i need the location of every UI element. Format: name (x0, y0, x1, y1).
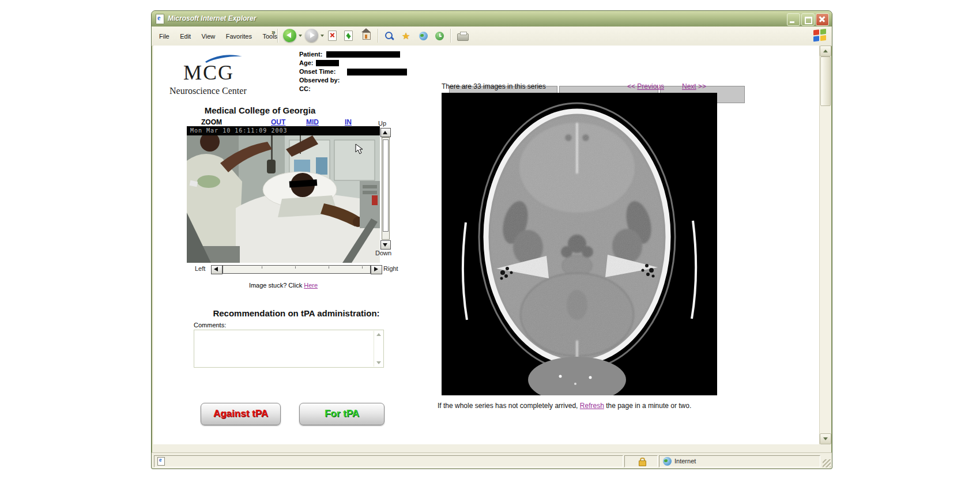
textarea-scroll-up-icon (376, 333, 381, 336)
screenshot-canvas: Microsoft Internet Explorer File Edit Vi… (0, 0, 980, 491)
vertical-pan-track[interactable] (382, 137, 390, 240)
zoom-label: ZOOM (201, 118, 222, 126)
textarea-scroll-down-icon (376, 361, 381, 364)
zoom-mid-link[interactable]: MID (306, 118, 319, 126)
ct-scan-image (442, 93, 717, 395)
toolbar-separator (450, 29, 451, 43)
track-ticks (229, 266, 364, 269)
scroll-down-icon (823, 437, 828, 440)
browser-window: Microsoft Internet Explorer File Edit Vi… (151, 10, 832, 469)
zoom-in-link[interactable]: IN (345, 118, 352, 126)
mouse-cursor (355, 143, 363, 155)
image-stuck-here-link[interactable]: Here (304, 282, 318, 289)
menu-view[interactable]: View (198, 31, 220, 41)
toolbar-separator (378, 29, 379, 43)
title-bar[interactable]: Microsoft Internet Explorer (152, 11, 832, 27)
history-button[interactable] (435, 32, 444, 40)
window-title: Microsoft Internet Explorer (168, 14, 256, 22)
scrollbar-thumb[interactable] (820, 56, 831, 106)
for-tpa-button[interactable]: For tPA (299, 403, 385, 425)
resize-grip[interactable] (823, 459, 831, 467)
minimize-button[interactable] (787, 13, 800, 26)
image-stuck-text: Image stuck? Click (249, 282, 302, 289)
home-icon (361, 28, 371, 32)
pan-right-label: Right (383, 265, 398, 272)
up-arrow-icon (383, 131, 387, 134)
video-timestamp: Mon Mar 10 16:11:09 2003 (187, 126, 380, 135)
back-button[interactable] (283, 29, 296, 42)
refresh-text-before: If the whole series has not completely a… (438, 402, 578, 410)
menu-favorites[interactable]: Favorites (222, 31, 256, 41)
star-icon: ★ (402, 31, 410, 41)
redaction-bar-onset (347, 69, 407, 75)
pan-right-button[interactable] (371, 265, 382, 274)
textarea-scrollbar[interactable] (374, 331, 383, 367)
scroll-up-icon (823, 50, 828, 52)
down-arrow-icon (383, 243, 387, 247)
patient-field-label: CC: (299, 85, 340, 93)
against-tpa-button[interactable]: Against tPA (201, 403, 281, 425)
padlock-icon (639, 457, 646, 466)
status-zone-well: Internet (659, 455, 820, 467)
forward-button[interactable] (305, 29, 318, 42)
stop-button[interactable] (328, 31, 337, 41)
toolbar-separator (277, 29, 278, 43)
ct-scan-rendering (442, 93, 717, 395)
internet-zone-label: Internet (674, 458, 696, 464)
redaction-bar-age (316, 60, 339, 66)
scrollbar-up-button[interactable] (820, 46, 831, 56)
menu-bar: File Edit View Favorites Tools (155, 31, 281, 41)
pan-up-label: Up (378, 120, 386, 127)
internet-zone-globe-icon (663, 457, 672, 466)
comments-textarea[interactable] (194, 330, 384, 368)
search-button[interactable] (385, 32, 394, 41)
series-count-text: There are 33 images in this series (442, 82, 546, 90)
back-arrow-icon (287, 32, 291, 38)
video-scene (187, 126, 380, 263)
pan-down-button[interactable] (380, 240, 391, 250)
media-button[interactable] (419, 32, 428, 40)
right-arrow-icon (374, 267, 378, 271)
print-button[interactable] (457, 33, 469, 41)
recommendation-heading: Recommendation on tPA administration: (175, 308, 417, 318)
pan-up-button[interactable] (380, 128, 391, 137)
menu-file[interactable]: File (155, 31, 174, 41)
forward-arrow-icon (310, 32, 315, 38)
status-security-well (624, 455, 658, 467)
mcg-logo-subtitle: Neuroscience Center (169, 86, 247, 96)
back-dropdown-arrow[interactable] (299, 35, 302, 37)
previous-link[interactable]: Previous (637, 82, 664, 90)
pan-left-label: Left (195, 265, 205, 272)
browser-scrollbar[interactable] (819, 46, 830, 444)
maximize-icon (805, 17, 812, 24)
status-page-icon (157, 457, 165, 466)
page-content: MCG Neuroscience Center Patient: Age: On… (153, 46, 820, 444)
zoom-out-link[interactable]: OUT (271, 118, 285, 126)
patient-video-feed: Mon Mar 10 16:11:09 2003 (187, 126, 380, 263)
close-button[interactable] (816, 13, 829, 26)
mcg-logo-text: MCG (183, 61, 234, 85)
menu-edit[interactable]: Edit (176, 31, 195, 41)
home-button[interactable] (361, 32, 371, 39)
maximize-button[interactable] (801, 13, 815, 26)
pan-left-button[interactable] (211, 265, 223, 274)
pan-down-label: Down (375, 250, 391, 256)
ie-window-icon (156, 14, 164, 24)
next-link-group: Next >> (682, 82, 706, 90)
status-bar: Internet (152, 452, 832, 469)
refresh-link[interactable]: Refresh (580, 402, 604, 410)
comments-label: Comments: (194, 322, 226, 328)
next-link[interactable]: Next (682, 82, 696, 90)
status-main-well (154, 455, 623, 467)
forward-dropdown-arrow[interactable] (321, 35, 324, 37)
toolbar-overflow-chevron[interactable]: » (272, 28, 276, 36)
vertical-pan-thumb[interactable] (383, 139, 389, 232)
horizontal-pan-track[interactable] (223, 265, 371, 274)
image-stuck-line: Image stuck? Click Here (187, 282, 380, 289)
windows-flag-icon (813, 29, 827, 43)
previous-link-group: << Previous (627, 82, 664, 90)
favorites-button[interactable]: ★ (402, 31, 410, 41)
next-suffix: >> (698, 82, 706, 90)
scrollbar-down-button[interactable] (820, 433, 831, 444)
refresh-button[interactable] (344, 31, 353, 41)
